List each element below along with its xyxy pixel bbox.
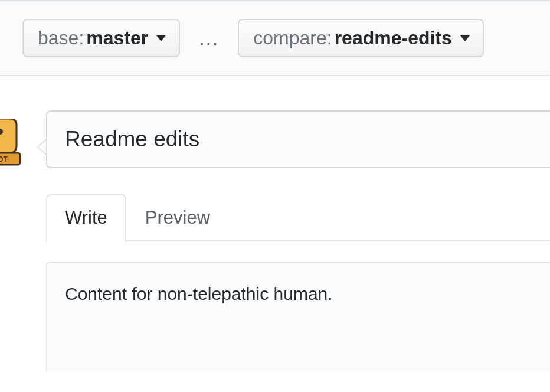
pr-body-textarea[interactable] [46, 262, 550, 371]
pr-form-area: OT Write Preview [0, 110, 550, 374]
tabs: Write Preview [46, 194, 550, 241]
caret-down-icon [156, 35, 166, 41]
caret-down-icon [460, 35, 470, 41]
compare-value: readme-edits [335, 27, 452, 49]
compare-label: compare: [253, 27, 332, 49]
base-value: master [86, 27, 148, 49]
svg-rect-0 [0, 119, 17, 153]
avatar-icon: OT [0, 119, 22, 166]
base-branch-select[interactable]: base: master [22, 19, 180, 57]
base-label: base: [38, 27, 84, 49]
speech-pointer-icon [37, 139, 46, 155]
avatar[interactable]: OT [0, 119, 22, 166]
compare-bar: base: master … compare: readme-edits [0, 0, 550, 76]
compare-branch-select[interactable]: compare: readme-edits [238, 19, 484, 57]
pr-title-input[interactable] [46, 110, 550, 168]
tab-write[interactable]: Write [46, 194, 126, 243]
compare-ellipsis: … [195, 26, 222, 51]
avatar-badge-text: OT [0, 155, 8, 164]
form-column: Write Preview [46, 110, 550, 374]
tab-preview[interactable]: Preview [126, 194, 229, 241]
